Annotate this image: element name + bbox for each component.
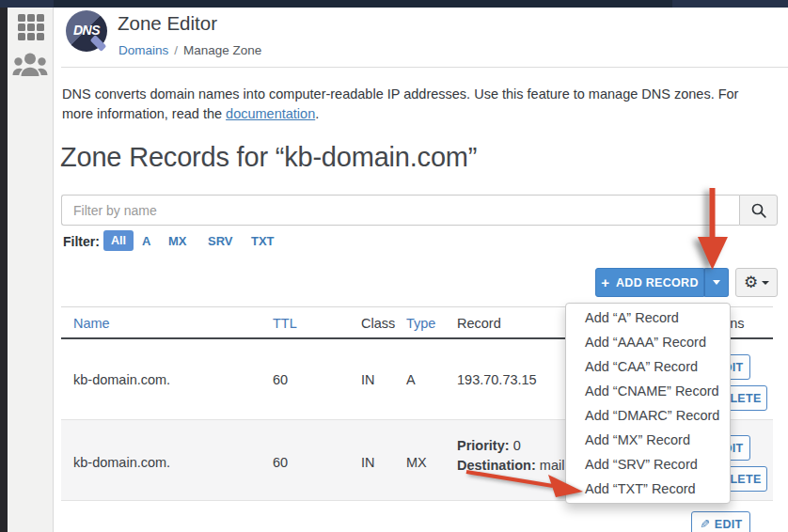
intro-text: DNS converts domain names into computer-… xyxy=(62,85,763,124)
header-divider xyxy=(61,67,788,68)
dropdown-item-add-mx-record[interactable]: Add “MX” Record xyxy=(566,428,730,452)
filter-label: Filter: xyxy=(63,234,100,249)
documentation-link[interactable]: documentation xyxy=(226,106,315,121)
pencil-icon: ✎ xyxy=(700,518,710,530)
page-title: Zone Editor xyxy=(118,12,217,35)
edit-button[interactable]: ✎ EDIT xyxy=(691,511,750,532)
dropdown-item-add-cname-record[interactable]: Add “CNAME” Record xyxy=(566,379,730,403)
priority-label: Priority: xyxy=(457,438,510,453)
search-button[interactable] xyxy=(739,195,778,226)
priority-value: 0 xyxy=(513,438,521,453)
caret-down-icon xyxy=(762,281,769,285)
dropdown-item-add-txt-record[interactable]: Add “TXT” Record xyxy=(566,477,730,501)
column-header-class: Class xyxy=(361,316,395,331)
breadcrumb-current: Manage Zone xyxy=(183,43,261,57)
cell-class: IN xyxy=(361,372,375,387)
app-grid-icon[interactable] xyxy=(18,14,44,40)
intro-line1: DNS converts domain names into computer-… xyxy=(62,86,738,102)
zone-editor-page: DNS Zone Editor Domains / Manage Zone DN… xyxy=(0,0,788,532)
dropdown-item-add-dmarc-record[interactable]: Add “DMARC” Record xyxy=(566,403,730,428)
dropdown-item-add-a-record[interactable]: Add “A” Record xyxy=(566,305,730,330)
gear-icon: ⚙ xyxy=(744,274,758,290)
zone-records-heading: Zone Records for “kb-domain.com” xyxy=(60,142,477,173)
breadcrumb: Domains / Manage Zone xyxy=(118,43,261,57)
browser-tab-strip xyxy=(54,0,672,8)
intro-line2-suffix: . xyxy=(315,106,319,121)
add-record-label: ADD RECORD xyxy=(616,276,699,289)
dns-logo: DNS xyxy=(66,10,107,52)
intro-line2-prefix: more information, read the xyxy=(62,106,226,121)
caret-down-icon xyxy=(713,280,720,285)
column-header-record: Record xyxy=(457,316,501,331)
destination-label: Destination: xyxy=(457,458,536,473)
dns-logo-text: DNS xyxy=(66,23,107,38)
filter-srv[interactable]: SRV xyxy=(208,234,233,248)
cell-record: 193.70.73.15 xyxy=(457,372,537,387)
cell-type: MX xyxy=(406,455,427,470)
dropdown-item-add-aaaa-record[interactable]: Add “AAAA” Record xyxy=(566,330,730,354)
breadcrumb-domains-link[interactable]: Domains xyxy=(118,43,168,57)
plus-icon: + xyxy=(601,275,609,289)
filter-all[interactable]: All xyxy=(103,230,134,251)
add-record-dropdown: Add “A” Record Add “AAAA” Record Add “CA… xyxy=(565,303,731,504)
filter-mx[interactable]: MX xyxy=(168,234,187,248)
add-record-caret-button[interactable] xyxy=(704,268,729,297)
user-group-icon[interactable] xyxy=(12,50,48,79)
filter-a[interactable]: A xyxy=(142,234,150,248)
cell-record-destination: Destination: mail. xyxy=(457,458,568,473)
cell-name: kb-domain.com. xyxy=(73,455,170,470)
add-record-button[interactable]: + ADD RECORD xyxy=(595,268,704,297)
cell-type: A xyxy=(406,372,416,387)
cell-name: kb-domain.com. xyxy=(73,372,170,387)
browser-chrome-bar xyxy=(0,0,788,8)
destination-value: mail. xyxy=(540,458,569,473)
column-header-ttl[interactable]: TTL xyxy=(273,316,297,331)
dropdown-item-add-srv-record[interactable]: Add “SRV” Record xyxy=(566,452,730,477)
settings-button[interactable]: ⚙ xyxy=(735,268,778,297)
window-edge xyxy=(0,8,8,532)
column-header-type[interactable]: Type xyxy=(406,316,435,331)
filter-input[interactable] xyxy=(61,195,739,226)
search-icon xyxy=(750,202,767,219)
cell-ttl: 60 xyxy=(273,372,288,387)
edit-button-label: EDIT xyxy=(715,518,743,531)
sidebar xyxy=(8,8,54,532)
filter-txt[interactable]: TXT xyxy=(251,234,275,248)
cell-ttl: 60 xyxy=(273,455,288,470)
cell-record-priority: Priority: 0 xyxy=(457,438,521,453)
dropdown-item-add-caa-record[interactable]: Add “CAA” Record xyxy=(566,354,730,379)
column-header-name[interactable]: Name xyxy=(73,316,110,331)
cell-class: IN xyxy=(361,455,375,470)
breadcrumb-separator: / xyxy=(174,43,178,57)
